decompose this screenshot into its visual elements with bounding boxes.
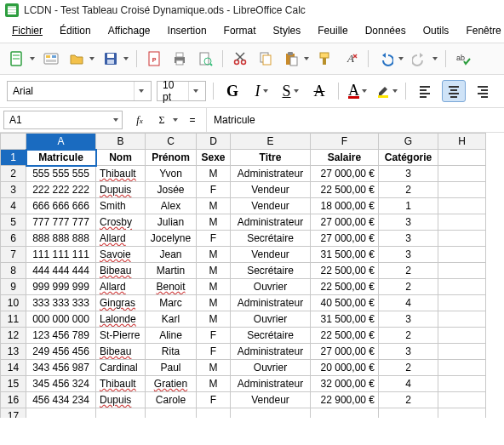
cell[interactable]: Smith xyxy=(96,198,146,214)
cell[interactable] xyxy=(146,408,197,419)
cell[interactable]: Nom xyxy=(96,150,146,166)
cell[interactable]: Dupuis xyxy=(96,392,146,408)
cell[interactable]: Paul xyxy=(146,360,197,376)
cell[interactable]: F xyxy=(197,328,231,344)
new-doc-dropdown[interactable] xyxy=(29,48,36,69)
col-header-H[interactable]: H xyxy=(438,134,486,150)
cell[interactable] xyxy=(197,408,231,419)
cell[interactable]: M xyxy=(197,198,231,214)
cell[interactable]: 31 500,00 € xyxy=(311,311,379,328)
cell[interactable]: 2 xyxy=(379,328,438,344)
cell[interactable] xyxy=(438,328,486,344)
row-header[interactable]: 5 xyxy=(1,214,26,231)
export-pdf-button[interactable]: P xyxy=(144,48,164,69)
cell[interactable]: Allard xyxy=(96,231,146,247)
cell[interactable] xyxy=(438,311,486,328)
cell[interactable] xyxy=(438,231,486,247)
cell[interactable]: M xyxy=(197,376,231,392)
cell[interactable] xyxy=(438,279,486,295)
cell[interactable]: Matricule xyxy=(26,150,96,166)
cell[interactable]: Vendeur xyxy=(231,182,311,198)
cell[interactable]: 4 xyxy=(379,295,438,311)
cell[interactable]: 3 xyxy=(379,231,438,247)
cell[interactable]: 3 xyxy=(379,214,438,231)
cell[interactable]: 2 xyxy=(379,263,438,279)
row-header[interactable]: 9 xyxy=(1,279,26,295)
cell[interactable]: Rita xyxy=(146,344,197,360)
cell[interactable]: M xyxy=(197,247,231,263)
col-header-F[interactable]: F xyxy=(311,134,379,150)
cell[interactable]: 2 xyxy=(379,279,438,295)
cell[interactable]: 345 456 324 xyxy=(26,376,96,392)
copy-button[interactable] xyxy=(255,48,276,69)
cell[interactable]: Bibeau xyxy=(96,344,146,360)
menu-window[interactable]: Fenêtre xyxy=(457,22,504,39)
cut-button[interactable] xyxy=(230,48,250,69)
col-header-D[interactable]: D xyxy=(197,134,231,150)
cell[interactable]: 333 333 333 xyxy=(26,295,96,311)
cell[interactable]: Vendeur xyxy=(231,247,311,263)
cell[interactable]: Savoie xyxy=(96,247,146,263)
cell[interactable]: 000 000 000 xyxy=(26,311,96,328)
cell[interactable] xyxy=(438,344,486,360)
clear-format-button[interactable]: A xyxy=(341,48,361,69)
spreadsheet-area[interactable]: A B C D E F G H 1MatriculeNomPrénomSexeT… xyxy=(0,133,504,418)
cell[interactable]: 22 500,00 € xyxy=(311,182,379,198)
cell[interactable]: 249 456 456 xyxy=(26,344,96,360)
cell[interactable]: 4 xyxy=(379,376,438,392)
col-header-E[interactable]: E xyxy=(231,134,311,150)
col-header-G[interactable]: G xyxy=(379,134,438,150)
equals-button[interactable]: = xyxy=(184,111,201,128)
cell[interactable]: St-Pierre xyxy=(96,328,146,344)
cell[interactable]: Ouvrier xyxy=(231,279,311,295)
cell[interactable]: Crosby xyxy=(96,214,146,231)
cell[interactable]: 31 500,00 € xyxy=(311,247,379,263)
cell[interactable]: Martin xyxy=(146,263,197,279)
cell[interactable]: 27 000,00 € xyxy=(311,166,379,182)
cell[interactable]: M xyxy=(197,263,231,279)
cell[interactable] xyxy=(438,263,486,279)
cell[interactable]: Vendeur xyxy=(231,198,311,214)
cell[interactable]: Yvon xyxy=(146,166,197,182)
cell[interactable]: 22 500,00 € xyxy=(311,279,379,295)
row-header[interactable]: 15 xyxy=(1,376,26,392)
font-name-combo[interactable]: Arial xyxy=(7,81,152,101)
align-center-button[interactable] xyxy=(442,80,466,102)
cell[interactable]: 444 444 444 xyxy=(26,263,96,279)
cell[interactable]: M xyxy=(197,311,231,328)
cell[interactable]: M xyxy=(197,214,231,231)
paste-button[interactable] xyxy=(281,48,301,69)
col-header-B[interactable]: B xyxy=(96,134,146,150)
cell[interactable]: Administrateur xyxy=(231,344,311,360)
cell[interactable]: Aline xyxy=(146,328,197,344)
sum-button[interactable]: Σ xyxy=(153,111,170,128)
cell[interactable]: F xyxy=(197,344,231,360)
cell[interactable]: 27 000,00 € xyxy=(311,231,379,247)
cell[interactable]: Marc xyxy=(146,295,197,311)
row-header[interactable]: 3 xyxy=(1,182,26,198)
cell[interactable]: 2 xyxy=(379,182,438,198)
cell[interactable] xyxy=(438,360,486,376)
cell[interactable]: Administrateur xyxy=(231,295,311,311)
cell[interactable]: 40 500,00 € xyxy=(311,295,379,311)
cell[interactable] xyxy=(438,198,486,214)
menu-data[interactable]: Données xyxy=(357,22,415,39)
cell[interactable]: Dupuis xyxy=(96,182,146,198)
cell[interactable]: M xyxy=(197,360,231,376)
cell[interactable]: Ouvrier xyxy=(231,311,311,328)
undo-dropdown[interactable] xyxy=(398,48,404,69)
menu-edit[interactable]: Édition xyxy=(51,22,100,39)
row-header[interactable]: 1 xyxy=(1,150,26,166)
cell[interactable]: 22 900,00 € xyxy=(311,392,379,408)
cell[interactable] xyxy=(438,392,486,408)
align-left-button[interactable] xyxy=(413,80,437,102)
cell[interactable] xyxy=(438,295,486,311)
align-right-button[interactable] xyxy=(471,80,495,102)
cell[interactable]: Titre xyxy=(231,150,311,166)
select-all-corner[interactable] xyxy=(1,134,26,150)
cell[interactable]: Karl xyxy=(146,311,197,328)
name-box[interactable]: A1 xyxy=(3,111,123,129)
cell[interactable] xyxy=(231,408,311,419)
cell[interactable]: Secrétaire xyxy=(231,231,311,247)
bold-button[interactable]: G xyxy=(220,80,244,102)
